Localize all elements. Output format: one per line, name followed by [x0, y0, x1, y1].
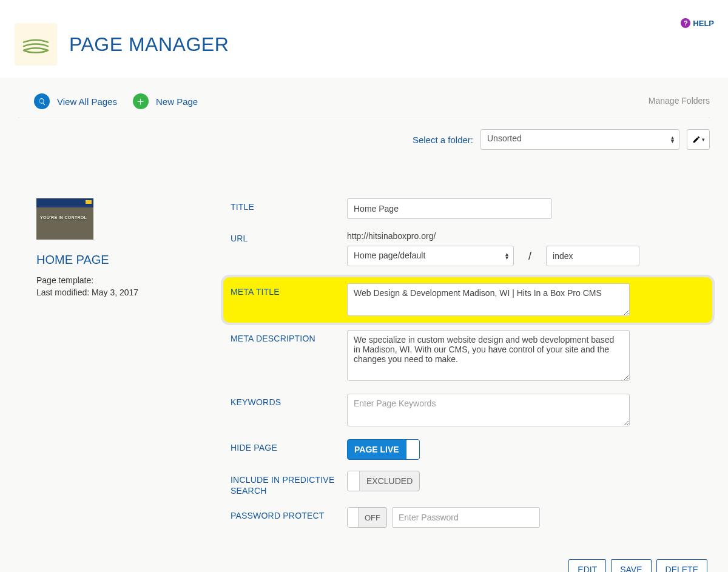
- password-protect-label: PASSWORD PROTECT: [231, 507, 347, 520]
- password-input[interactable]: [392, 507, 540, 528]
- folder-label: Select a folder:: [413, 135, 473, 145]
- folder-select[interactable]: Unsorted ▴▾: [480, 129, 679, 150]
- folder-selector-row: Select a folder: Unsorted ▴▾ ▾: [18, 118, 710, 150]
- new-page[interactable]: New Page: [133, 93, 198, 109]
- edit-folders-button[interactable]: ▾: [687, 129, 710, 150]
- header: PAGE MANAGER: [0, 0, 728, 78]
- save-button[interactable]: SAVE: [611, 559, 651, 572]
- predictive-search-toggle[interactable]: EXCLUDED: [347, 471, 420, 491]
- toggle-knob: [406, 440, 419, 459]
- page-thumbnail[interactable]: YOU'RE IN CONTROL: [36, 198, 93, 240]
- edit-button[interactable]: EDIT: [568, 559, 606, 572]
- hide-page-toggle[interactable]: PAGE LIVE: [347, 439, 420, 460]
- password-protect-toggle[interactable]: OFF: [347, 507, 387, 528]
- meta-description-label: META DESCRIPTION: [231, 330, 347, 343]
- url-slug-input[interactable]: [546, 246, 639, 266]
- meta-title-input[interactable]: Web Design & Development Madison, WI | H…: [347, 283, 630, 316]
- toggle-knob: [348, 508, 359, 527]
- title-label: TITLE: [231, 198, 347, 212]
- url-base: http://hitsinaboxpro.org/: [347, 230, 672, 242]
- chevron-up-down-icon: ▴▾: [671, 136, 674, 143]
- meta-description-input[interactable]: We specialize in custom website design a…: [347, 330, 630, 381]
- content-area: View All Pages New Page Manage Folders S…: [0, 78, 728, 572]
- meta-title-label: META TITLE: [231, 283, 347, 297]
- url-slash: /: [528, 250, 531, 263]
- delete-button[interactable]: DELETE: [656, 559, 707, 572]
- manage-folders-link[interactable]: Manage Folders: [649, 96, 710, 106]
- chevron-up-down-icon: ▴▾: [505, 252, 508, 260]
- help-label: HELP: [693, 19, 714, 28]
- page-summary: YOU'RE IN CONTROL HOME PAGE Page templat…: [18, 198, 206, 572]
- search-icon: [34, 93, 50, 109]
- page-title: PAGE MANAGER: [69, 33, 229, 56]
- pencil-icon: [692, 135, 701, 144]
- toolbar: View All Pages New Page Manage Folders: [18, 90, 710, 118]
- keywords-input[interactable]: [347, 394, 630, 426]
- meta-title-highlight: META TITLE Web Design & Development Madi…: [223, 277, 712, 323]
- toggle-knob: [348, 471, 360, 491]
- page-manager-icon: [15, 23, 57, 66]
- help-link[interactable]: ? HELP: [681, 18, 714, 28]
- title-input[interactable]: [347, 198, 552, 219]
- url-template-select[interactable]: Home page/default ▴▾: [347, 246, 514, 266]
- hide-page-label: HIDE PAGE: [231, 439, 347, 453]
- caret-down-icon: ▾: [702, 136, 705, 143]
- predictive-search-label: INCLUDE IN PREDICTIVE SEARCH: [231, 471, 347, 496]
- action-buttons: EDIT SAVE DELETE: [231, 539, 710, 572]
- view-all-pages[interactable]: View All Pages: [34, 93, 117, 109]
- fields: TITLE URL http://hitsinaboxpro.org/ Home…: [231, 198, 710, 572]
- keywords-label: KEYWORDS: [231, 394, 347, 407]
- url-label: URL: [231, 230, 347, 243]
- page-name: HOME PAGE: [36, 253, 206, 267]
- page-template-label: Page template:: [36, 274, 206, 286]
- last-modified: Last modified: May 3, 2017: [36, 286, 206, 298]
- help-icon: ?: [681, 18, 690, 28]
- plus-icon: [133, 93, 149, 109]
